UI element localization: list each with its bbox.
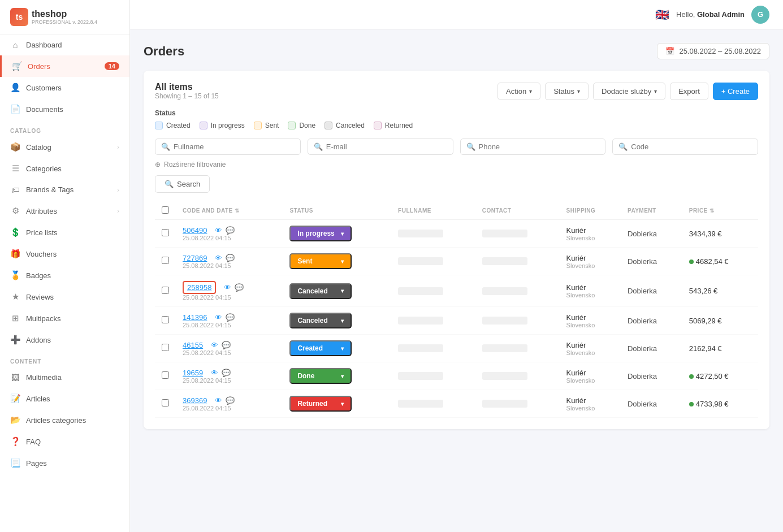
- sidebar-item-badges[interactable]: 🏅 Badges: [0, 265, 129, 286]
- sidebar-item-categories[interactable]: ☰ Categories: [0, 158, 129, 179]
- fullname-cell: [391, 362, 475, 390]
- shipping-country: Slovensko: [566, 262, 614, 269]
- payment-cell: Dobierka: [621, 362, 682, 390]
- message-icon[interactable]: 💬: [226, 313, 235, 322]
- select-all-checkbox[interactable]: [162, 206, 169, 214]
- status-pill-inprogress[interactable]: In progress: [200, 122, 245, 129]
- order-code-link[interactable]: 506490: [183, 226, 207, 235]
- avatar[interactable]: G: [751, 6, 769, 24]
- order-code-link[interactable]: 369369: [183, 396, 207, 405]
- shipping-name: Kuriér: [566, 369, 614, 377]
- message-icon[interactable]: 💬: [235, 283, 244, 292]
- status-badge[interactable]: Done ▾: [289, 368, 352, 384]
- status-badge[interactable]: In progress ▾: [289, 226, 352, 241]
- sidebar-item-vouchers[interactable]: 🎁 Vouchers: [0, 243, 129, 265]
- status-badge[interactable]: Created ▾: [289, 340, 352, 356]
- status-pill-returned[interactable]: Returned: [374, 122, 413, 129]
- row-checkbox[interactable]: [162, 287, 169, 294]
- status-badge[interactable]: Canceled ▾: [289, 283, 352, 299]
- code-filter[interactable]: 🔍: [612, 139, 758, 155]
- sidebar-item-articles[interactable]: 📝 Articles: [0, 388, 129, 409]
- message-icon[interactable]: 💬: [226, 254, 235, 262]
- sidebar-item-label: Customers: [26, 84, 62, 92]
- phone-input[interactable]: [479, 142, 600, 151]
- sidebar-item-addons[interactable]: ➕ Addons: [0, 329, 129, 351]
- sidebar-item-dashboard[interactable]: ⌂ Dashboard: [0, 34, 129, 55]
- eye-icon[interactable]: 👁: [215, 313, 222, 322]
- order-code-link[interactable]: 141396: [183, 313, 207, 322]
- search-button[interactable]: 🔍 Search: [155, 175, 210, 193]
- sidebar-item-multipacks[interactable]: ⊞ Multipacks: [0, 308, 129, 329]
- sidebar-item-multimedia[interactable]: 🖼 Multimedia: [0, 367, 129, 388]
- sidebar-item-catalog[interactable]: 📦 Catalog ›: [0, 136, 129, 158]
- price-value: 5069,29 €: [689, 317, 722, 325]
- eye-icon[interactable]: 👁: [215, 254, 222, 262]
- message-icon[interactable]: 💬: [222, 369, 231, 377]
- sidebar-item-price-lists[interactable]: 💲 Price lists: [0, 222, 129, 243]
- status-pill-canceled[interactable]: Canceled: [325, 122, 365, 129]
- sent-dot: [254, 122, 262, 129]
- status-pill-created[interactable]: Created: [155, 122, 191, 129]
- sidebar-item-documents[interactable]: 📄 Documents: [0, 98, 129, 120]
- status-badge[interactable]: Returned ▾: [289, 396, 352, 412]
- row-checkbox[interactable]: [162, 229, 169, 236]
- sidebar-item-articles-categories[interactable]: 📂 Articles categories: [0, 409, 129, 431]
- row-checkbox[interactable]: [162, 399, 169, 406]
- email-filter[interactable]: 🔍: [308, 139, 453, 155]
- phone-filter[interactable]: 🔍: [460, 139, 606, 155]
- sidebar-item-pages[interactable]: 📃 Pages: [0, 452, 129, 474]
- row-checkbox[interactable]: [162, 316, 169, 323]
- orders-card: All items Showing 1 – 15 of 15 Action ▾ …: [144, 71, 769, 429]
- action-button[interactable]: Action ▾: [498, 83, 540, 100]
- status-pill-done[interactable]: Done: [288, 122, 315, 129]
- fullname-input[interactable]: [174, 142, 295, 151]
- sidebar-item-customers[interactable]: 👤 Customers: [0, 77, 129, 98]
- language-flag[interactable]: 🇬🇧: [655, 8, 669, 21]
- status-cell: Done ▾: [283, 362, 391, 390]
- chevron-right-icon: ›: [117, 144, 119, 150]
- status-badge[interactable]: Sent ▾: [289, 253, 352, 269]
- eye-icon[interactable]: 👁: [211, 341, 218, 349]
- eye-icon[interactable]: 👁: [215, 396, 222, 405]
- sidebar-item-reviews[interactable]: ★ Reviews: [0, 286, 129, 308]
- eye-icon[interactable]: 👁: [224, 283, 231, 292]
- message-icon[interactable]: 💬: [226, 396, 235, 405]
- status-badge[interactable]: Canceled ▾: [289, 313, 352, 328]
- row-checkbox[interactable]: [162, 344, 169, 351]
- email-input[interactable]: [326, 142, 447, 151]
- order-code-link[interactable]: 19659: [183, 369, 203, 377]
- advanced-filter[interactable]: ⊕ Rozšírené filtrovanie: [155, 161, 758, 168]
- sort-icon[interactable]: ⇅: [235, 207, 240, 214]
- payment-cell: Dobierka: [621, 307, 682, 335]
- eye-icon[interactable]: 👁: [211, 369, 218, 377]
- code-input[interactable]: [631, 142, 752, 151]
- date-range-filter[interactable]: 📅 25.08.2022 – 25.08.2022: [657, 43, 769, 59]
- fullname-filter[interactable]: 🔍: [155, 139, 301, 155]
- sidebar-item-brands-tags[interactable]: 🏷 Brands & Tags ›: [0, 179, 129, 200]
- create-button[interactable]: + Create: [713, 83, 758, 100]
- order-code-link[interactable]: 258958: [183, 281, 216, 294]
- all-items-title: All items: [155, 82, 219, 92]
- sort-icon[interactable]: ⇅: [710, 207, 715, 214]
- payment-method: Dobierka: [628, 317, 657, 325]
- order-code-link[interactable]: 727869: [183, 254, 207, 262]
- sidebar-item-attributes[interactable]: ⚙ Attributes ›: [0, 200, 129, 222]
- message-icon[interactable]: 💬: [226, 226, 235, 235]
- col-price: PRICE ⇅: [682, 202, 758, 220]
- dodacie-button[interactable]: Dodacie služby ▾: [593, 83, 665, 100]
- sidebar-item-label: Articles: [26, 395, 50, 403]
- message-icon[interactable]: 💬: [222, 341, 231, 349]
- export-button[interactable]: Export: [670, 83, 708, 100]
- sidebar-item-faq[interactable]: ❓ FAQ: [0, 431, 129, 452]
- status-pill-sent[interactable]: Sent: [254, 122, 279, 129]
- sidebar-item-label: Multimedia: [26, 373, 62, 382]
- sidebar-item-label: Pages: [26, 459, 47, 468]
- logo-name: theshop: [32, 9, 67, 19]
- row-checkbox[interactable]: [162, 371, 169, 379]
- sidebar-item-orders[interactable]: 🛒 Orders 14: [0, 55, 129, 77]
- user-greeting: Hello, Global Admin: [676, 10, 745, 19]
- status-button[interactable]: Status ▾: [545, 83, 589, 100]
- row-checkbox[interactable]: [162, 257, 169, 264]
- eye-icon[interactable]: 👁: [215, 226, 222, 235]
- order-code-link[interactable]: 46155: [183, 341, 203, 349]
